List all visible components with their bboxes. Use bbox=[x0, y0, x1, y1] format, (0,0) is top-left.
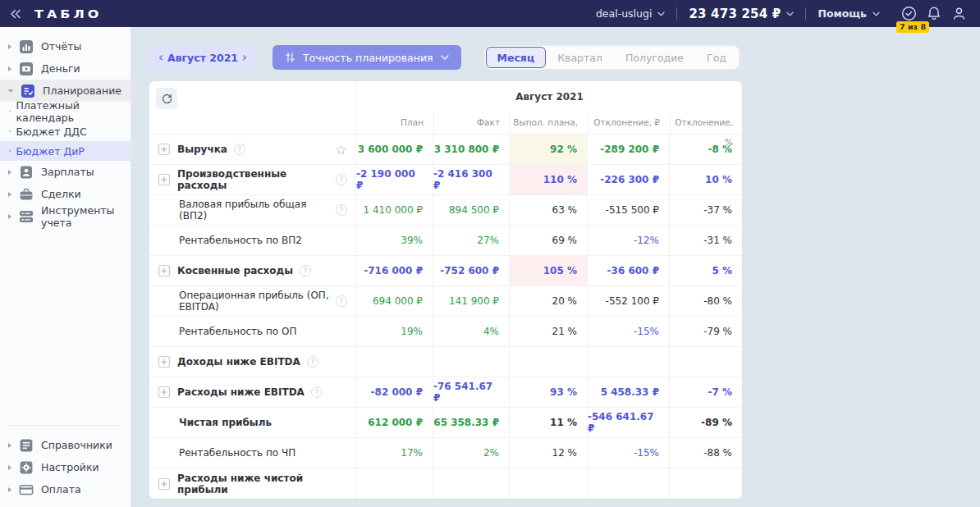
balance-menu[interactable]: 23 473 254 ₽ bbox=[677, 7, 805, 21]
expand-icon[interactable] bbox=[158, 264, 171, 277]
next-period-button[interactable]: › bbox=[242, 52, 247, 64]
cell-deviation-pct: -89 % bbox=[669, 408, 742, 437]
caret-right-icon bbox=[8, 443, 11, 448]
help-icon[interactable]: ? bbox=[336, 295, 347, 307]
cell-fact: 65 358.33 ₽ bbox=[433, 408, 509, 437]
cell-fact: 2% bbox=[433, 438, 509, 468]
topbar: ТАБЛО deal-uslugi 23 473 254 ₽ Помощь 7 … bbox=[0, 0, 980, 27]
row-name-cell: Валовая прибыль общая (ВП2)? bbox=[149, 195, 355, 225]
sidebar-subitem-label: Бюджет ДиР bbox=[16, 145, 84, 158]
sidebar-item-accounting-tools[interactable]: Инструменты учета bbox=[0, 205, 131, 227]
refresh-button[interactable] bbox=[156, 88, 177, 109]
help-menu[interactable]: Помощь bbox=[806, 7, 891, 20]
cell-deviation-pct: -7 % bbox=[669, 377, 742, 407]
expand-icon[interactable] bbox=[158, 355, 171, 368]
directories-icon bbox=[19, 438, 34, 453]
prev-period-button[interactable]: ‹ bbox=[158, 52, 163, 64]
sidebar-item-label: Настройки bbox=[41, 461, 99, 473]
cell-deviation-pct: -8 % bbox=[669, 135, 742, 164]
row-name-cell: Рентабельность по ЧП bbox=[149, 438, 355, 468]
cell-deviation-pct bbox=[669, 347, 742, 377]
sidebar-item-deals[interactable]: Сделки bbox=[0, 183, 131, 205]
expand-icon[interactable] bbox=[158, 143, 171, 156]
table-row: Рентабельность по ЧП17%2%12 %-15%-88 % bbox=[149, 438, 742, 468]
expand-icon[interactable] bbox=[158, 173, 171, 186]
cell-deviation-rub: -289 200 ₽ bbox=[587, 135, 669, 164]
row-name-cell: Выручка? bbox=[149, 135, 355, 164]
tab-quarter[interactable]: Квартал bbox=[546, 47, 614, 68]
cell-plan: 694 000 ₽ bbox=[355, 286, 433, 316]
help-icon[interactable]: ? bbox=[336, 204, 347, 216]
caret-right-icon bbox=[8, 465, 11, 470]
row-name-cell: Косвенные расходы? bbox=[149, 256, 355, 285]
table-header-columns: Август 2021 План Факт Выпол. плана, % От… bbox=[355, 81, 742, 134]
row-name: Чистая прибыль bbox=[179, 417, 272, 428]
sidebar-spacer bbox=[0, 227, 131, 418]
money-icon bbox=[19, 62, 34, 76]
caret-right-icon bbox=[8, 487, 11, 492]
sidebar-item-budget-dds[interactable]: · Бюджет ДДС bbox=[0, 121, 131, 141]
account-name: deal-uslugi bbox=[596, 7, 653, 20]
salary-icon bbox=[19, 165, 34, 180]
cell-completion: 92 % bbox=[509, 135, 587, 164]
account-menu[interactable]: deal-uslugi bbox=[584, 7, 677, 20]
sidebar-item-directories[interactable]: Справочники bbox=[0, 434, 131, 456]
row-name: Производственные расходы bbox=[177, 168, 329, 191]
caret-right-icon bbox=[8, 66, 11, 71]
planning-accuracy-button[interactable]: Точность планирования bbox=[272, 45, 461, 70]
column-header-deviation-pct: Отклонение, % bbox=[670, 112, 742, 134]
sidebar-item-payment-calendar[interactable]: · Платежный календарь bbox=[0, 102, 131, 121]
refresh-icon bbox=[162, 94, 172, 104]
table-header-corner bbox=[149, 81, 355, 134]
notifications-button[interactable] bbox=[927, 6, 941, 21]
cell-deviation-rub: -15% bbox=[587, 438, 669, 468]
cell-completion: 105 % bbox=[509, 256, 587, 285]
bell-icon bbox=[927, 6, 941, 21]
expand-icon[interactable] bbox=[158, 386, 171, 399]
help-icon[interactable]: ? bbox=[300, 265, 311, 276]
help-icon[interactable]: ? bbox=[307, 356, 318, 368]
tab-month[interactable]: Месяц bbox=[486, 47, 547, 68]
sidebar-item-budget-dir[interactable]: · Бюджет ДиР bbox=[0, 141, 131, 161]
help-icon[interactable]: ? bbox=[311, 386, 323, 398]
favorite-star-icon[interactable] bbox=[335, 144, 347, 156]
sidebar-item-salaries[interactable]: Зарплаты bbox=[0, 161, 131, 183]
bullet-dot: · bbox=[8, 145, 11, 157]
onboarding-progress-button[interactable]: 7 из 8 bbox=[901, 6, 917, 21]
cell-plan: 19% bbox=[355, 317, 433, 346]
help-icon[interactable]: ? bbox=[234, 144, 245, 155]
cell-deviation-rub: -12% bbox=[587, 226, 669, 255]
cell-fact: 894 500 ₽ bbox=[433, 195, 509, 225]
check-circle-icon bbox=[901, 6, 917, 21]
cell-deviation-rub: -552 100 ₽ bbox=[587, 286, 669, 316]
profile-button[interactable] bbox=[951, 6, 967, 21]
cell-deviation-rub: 5 458.33 ₽ bbox=[587, 377, 669, 407]
cell-fact: -752 600 ₽ bbox=[433, 256, 509, 285]
sidebar-item-payment[interactable]: Оплата bbox=[0, 478, 131, 500]
sidebar-item-settings[interactable]: Настройки bbox=[0, 456, 131, 478]
cell-deviation-pct: -37 % bbox=[669, 195, 742, 225]
planning-icon bbox=[21, 84, 35, 98]
sidebar-item-planning[interactable]: Планирование bbox=[0, 80, 131, 102]
cell-deviation-pct: -80 % bbox=[669, 286, 742, 316]
cell-fact bbox=[433, 468, 509, 499]
chevron-down-icon bbox=[657, 11, 665, 16]
cell-completion: 93 % bbox=[509, 377, 587, 407]
cell-deviation-pct: 5 % bbox=[669, 256, 742, 285]
tab-year[interactable]: Год bbox=[695, 47, 738, 68]
tab-halfyear[interactable]: Полугодие bbox=[614, 47, 695, 68]
sidebar-item-reports[interactable]: Отчёты bbox=[0, 35, 131, 57]
row-name-cell: Рентабельность по ВП2 bbox=[149, 226, 355, 255]
help-icon[interactable]: ? bbox=[336, 174, 347, 185]
column-header-deviation-rub: Отклонение, ₽ bbox=[588, 112, 670, 134]
cell-deviation-rub: -15% bbox=[587, 317, 669, 346]
sidebar-item-money[interactable]: Деньги bbox=[0, 57, 131, 80]
cell-plan: 3 600 000 ₽ bbox=[355, 135, 433, 164]
cell-plan: -2 190 000 ₽ bbox=[355, 165, 433, 194]
sidebar-item-label: Оплата bbox=[41, 483, 81, 496]
sidebar-item-label: Деньги bbox=[41, 62, 80, 75]
table-row: Валовая прибыль общая (ВП2)?1 410 000 ₽8… bbox=[149, 195, 742, 226]
caret-right-icon bbox=[8, 214, 11, 219]
expand-icon[interactable] bbox=[158, 477, 171, 491]
collapse-sidebar-icon[interactable] bbox=[10, 9, 21, 19]
